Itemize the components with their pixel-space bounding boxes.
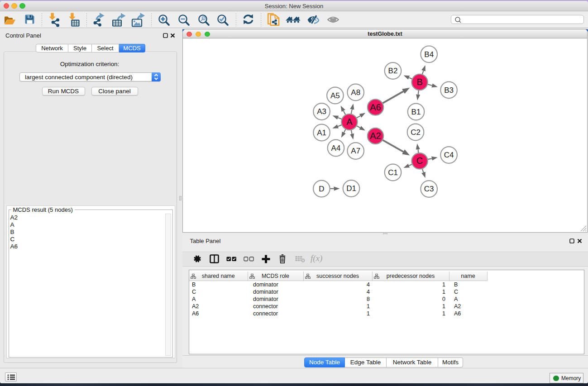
svg-text:B1: B1	[411, 108, 421, 116]
svg-text:B2: B2	[388, 67, 398, 75]
svg-text:A8: A8	[351, 88, 360, 97]
svg-text:C: C	[416, 156, 423, 166]
svg-text:A7: A7	[351, 147, 360, 155]
svg-text:A1: A1	[317, 129, 326, 137]
svg-text:D: D	[319, 185, 324, 193]
svg-text:A6: A6	[370, 102, 381, 112]
svg-text:B: B	[416, 77, 422, 87]
svg-text:C3: C3	[424, 185, 434, 193]
svg-text:A4: A4	[331, 144, 341, 152]
svg-text:B3: B3	[444, 86, 454, 95]
svg-text:A3: A3	[317, 107, 326, 116]
svg-text:D1: D1	[346, 184, 356, 193]
svg-text:A5: A5	[330, 91, 340, 100]
svg-text:B4: B4	[424, 50, 434, 59]
svg-text:C4: C4	[444, 151, 454, 159]
svg-text:C1: C1	[388, 168, 398, 177]
svg-text:A: A	[346, 117, 353, 127]
svg-text:A2: A2	[370, 131, 381, 141]
svg-text:C2: C2	[411, 128, 421, 137]
